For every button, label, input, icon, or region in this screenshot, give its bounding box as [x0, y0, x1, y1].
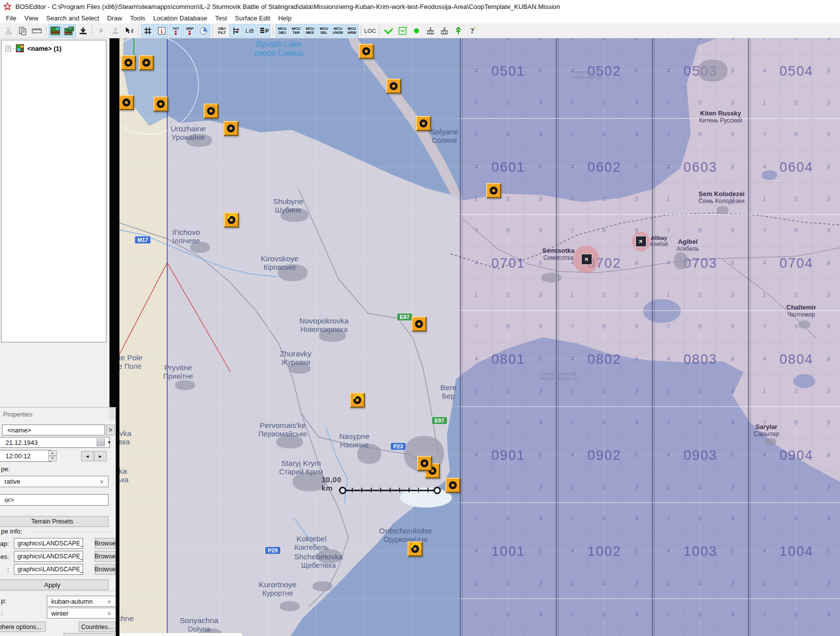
- waypoint-icon[interactable]: [359, 44, 374, 59]
- move-up-button[interactable]: [452, 24, 465, 37]
- mcu-obj-button[interactable]: MCU OBJ: [276, 24, 289, 37]
- terrain-object-mode-button[interactable]: [49, 24, 62, 37]
- waypoint-icon[interactable]: [386, 79, 401, 94]
- mcu-mes-button[interactable]: MCU MES: [304, 24, 316, 37]
- landscape-path-field[interactable]: graphics\LANDSCAPE_Kuba: [14, 551, 83, 562]
- mission-time-field[interactable]: 12:00:12: [0, 450, 52, 462]
- mission-type-select[interactable]: rative∨: [0, 476, 108, 487]
- menu-search-and-select[interactable]: Search and Select: [42, 14, 103, 22]
- svg-text:8: 8: [699, 323, 702, 329]
- countries-button[interactable]: Countries...: [79, 622, 115, 632]
- measure-button[interactable]: [30, 24, 43, 37]
- waypoint-icon[interactable]: [153, 97, 168, 111]
- landscape-path-field[interactable]: graphics\LANDSCAPE_Kuba: [14, 538, 83, 549]
- mcu-unse-button[interactable]: MCU UNSE: [331, 24, 344, 37]
- menu-draw[interactable]: Draw: [103, 14, 126, 22]
- svg-text:2: 2: [443, 26, 446, 31]
- layer-lines-1-button[interactable]: 1: [424, 24, 437, 37]
- toggle-object-info-button[interactable]: i: [155, 24, 168, 37]
- waypoint-icon[interactable]: [119, 95, 134, 110]
- mcu-sel-button[interactable]: MCU SEL: [317, 24, 330, 37]
- tree-root-item[interactable]: + <name> (1): [5, 44, 62, 52]
- record-dot-button[interactable]: [410, 24, 423, 37]
- menu-surface-edit[interactable]: Surface Edit: [231, 14, 274, 22]
- tree-expand-icon[interactable]: +: [5, 46, 11, 51]
- ruler-end-handle[interactable]: [433, 487, 441, 494]
- waypoint-icon[interactable]: [416, 116, 431, 131]
- waypoint-icon[interactable]: [417, 456, 432, 471]
- waypoint-icon[interactable]: [224, 212, 239, 227]
- toggle-links-button[interactable]: [229, 24, 242, 37]
- name-more-button[interactable]: >: [106, 424, 115, 435]
- copy-button[interactable]: [16, 24, 29, 37]
- menu-tools[interactable]: Tools: [126, 14, 149, 22]
- mission-tree-panel[interactable]: + <name> (1): [1, 40, 106, 342]
- season-select[interactable]: winter∨: [47, 608, 116, 619]
- locations-button[interactable]: LOC: [364, 24, 377, 37]
- mission-name-field[interactable]: <name>: [2, 424, 105, 435]
- toggle-time-button[interactable]: [197, 24, 210, 37]
- time-next-button[interactable]: ►: [94, 451, 106, 461]
- atmosphere-options-button[interactable]: sphere options...: [0, 622, 46, 632]
- library-button[interactable]: LiB: [243, 24, 256, 37]
- waypoint-icon[interactable]: [350, 393, 365, 408]
- box-check-button[interactable]: [396, 24, 409, 37]
- layer-lines-2-button[interactable]: 2: [438, 24, 451, 37]
- menu-view[interactable]: View: [20, 14, 42, 22]
- svg-text:1001: 1001: [491, 544, 525, 559]
- browse-button[interactable]: Browse: [95, 564, 115, 575]
- stamp-tool-button[interactable]: [109, 24, 122, 37]
- panel-corner-button[interactable]: [109, 408, 115, 421]
- check-mission-button[interactable]: [382, 24, 395, 37]
- svg-text:4: 4: [667, 452, 670, 458]
- waypoint-icon[interactable]: [412, 317, 426, 331]
- menu-location-database[interactable]: Location Database: [149, 14, 211, 22]
- season-map-select[interactable]: kuban-autumn∨: [47, 596, 116, 607]
- browse-button[interactable]: Browse: [95, 538, 115, 549]
- mcu-tar-button[interactable]: MCU TAR: [290, 24, 303, 37]
- airfield-icon[interactable]: ✈: [581, 254, 592, 265]
- terrain-group-mode-button[interactable]: [63, 24, 76, 37]
- date-dropdown-icon[interactable]: ▼: [107, 440, 111, 445]
- waypoint-ring: [207, 107, 215, 115]
- menu-test[interactable]: Test: [211, 14, 231, 22]
- object-filter-button[interactable]: OBJ FiLT: [215, 24, 228, 37]
- waypoint-icon[interactable]: [204, 104, 218, 118]
- toggle-text-labels-button[interactable]: TXT: [169, 24, 182, 37]
- menu-help[interactable]: Help: [274, 14, 296, 22]
- waypoint-icon[interactable]: [486, 183, 501, 198]
- menu-file[interactable]: File: [2, 14, 20, 22]
- apply-button[interactable]: Apply: [0, 579, 108, 590]
- help-button[interactable]: ?: [466, 24, 479, 37]
- landscape-path-field[interactable]: graphics\LANDSCAPE_Kuba: [14, 564, 83, 575]
- waypoint-icon[interactable]: [445, 478, 460, 493]
- font-tool-button[interactable]: F: [95, 24, 108, 37]
- waypoint-icon[interactable]: [121, 55, 136, 70]
- svg-text:1: 1: [571, 484, 574, 490]
- svg-text:8: 8: [507, 323, 510, 329]
- calendar-icon[interactable]: [96, 438, 106, 447]
- svg-text:8: 8: [795, 227, 798, 233]
- layers-panel-button[interactable]: P: [257, 24, 270, 37]
- author-field[interactable]: or>: [0, 494, 108, 506]
- svg-text:9: 9: [539, 516, 542, 522]
- svg-text:0801: 0801: [491, 352, 525, 367]
- terrain-presets-button[interactable]: Terrain Presets: [0, 516, 108, 527]
- waypoint-icon[interactable]: [408, 541, 422, 556]
- cut-button[interactable]: [2, 24, 15, 37]
- airfield-icon[interactable]: ✈: [635, 236, 646, 247]
- toggle-grid-button[interactable]: [141, 24, 154, 37]
- waypoint-icon[interactable]: [139, 55, 154, 70]
- mcu-arw-button[interactable]: MCU ARW: [345, 24, 358, 37]
- waypoint-icon[interactable]: [223, 121, 238, 136]
- mission-date-field[interactable]: 21.12.1943: [0, 437, 110, 448]
- auto-rename-button[interactable]: Z: [123, 24, 136, 37]
- browse-button[interactable]: Browse: [95, 551, 115, 562]
- time-spinner[interactable]: ▲▼: [48, 450, 57, 461]
- time-prev-button[interactable]: ◄: [81, 451, 94, 461]
- import-object-button[interactable]: [77, 24, 90, 37]
- map-viewport[interactable]: 0501789461230502789461230503789461230504…: [119, 38, 840, 636]
- partial-bottom-button[interactable]: [64, 633, 115, 636]
- svg-text:6: 6: [827, 68, 830, 74]
- toggle-group-labels-button[interactable]: GRP: [183, 24, 196, 37]
